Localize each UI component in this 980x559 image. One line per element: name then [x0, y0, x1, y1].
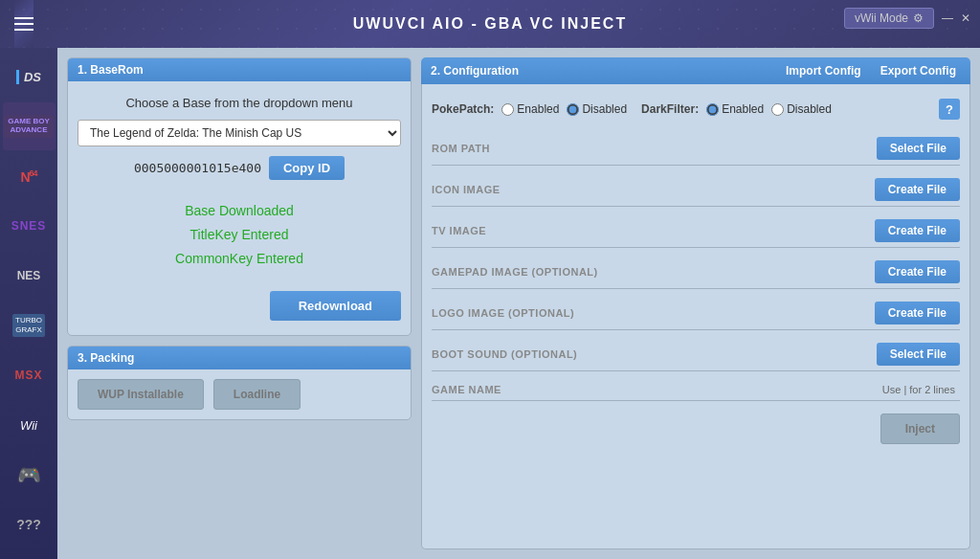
- game-id: 0005000001015e400: [134, 161, 261, 175]
- baserom-section: 1. BaseRom Choose a Base from the dropdo…: [67, 57, 412, 336]
- darkfilter-disabled-label: Disabled: [787, 102, 832, 116]
- ds-label: DS: [16, 70, 41, 84]
- logo-image-create-button[interactable]: Create File: [875, 302, 960, 324]
- status-line2: TitleKey Entered: [175, 223, 303, 247]
- baserom-header: 1. BaseRom: [68, 58, 411, 81]
- boot-sound-row: BOOT SOUND (OPTIONAL) Select File: [432, 338, 960, 371]
- export-config-button[interactable]: Export Config: [876, 62, 961, 79]
- unknown-label: ???: [16, 517, 41, 532]
- config-buttons: Import Config Export Config: [781, 62, 961, 79]
- sidebar-item-wii[interactable]: Wii: [3, 401, 56, 449]
- logo-image-row: LOGO IMAGE (OPTIONAL) Create File: [432, 297, 960, 330]
- darkfilter-group: DarkFilter: Enabled Disabled: [641, 102, 832, 116]
- status-line1: Base Downloaded: [175, 199, 303, 223]
- help-button[interactable]: ?: [939, 99, 960, 120]
- title-bar: UWUVCI AIO - GBA VC INJECT vWii Mode ⚙ —…: [0, 0, 980, 48]
- tv-image-create-button[interactable]: Create File: [875, 219, 960, 242]
- wup-installable-button[interactable]: WUP Installable: [78, 379, 204, 410]
- status-line3: CommonKey Entered: [175, 247, 303, 271]
- sidebar-item-gc[interactable]: 🎮: [3, 451, 56, 499]
- sidebar-item-msx[interactable]: MSX: [3, 351, 56, 399]
- right-panel: 2. Configuration Import Config Export Co…: [421, 57, 970, 549]
- main-layout: DS GAME BOYADVANCE N64 SNES NES TURBOGRA…: [0, 48, 980, 559]
- config-title: 2. Configuration: [431, 64, 781, 78]
- app-title: UWUVCI AIO - GBA VC INJECT: [353, 15, 627, 33]
- copy-id-button[interactable]: Copy ID: [269, 156, 345, 180]
- gear-icon: ⚙: [913, 11, 924, 25]
- sidebar-item-nes[interactable]: NES: [3, 252, 56, 300]
- icon-image-label: ICON IMAGE: [432, 184, 875, 195]
- loadline-button[interactable]: Loadline: [213, 379, 301, 410]
- game-name-label: GAME NAME: [432, 384, 882, 395]
- pokepatch-label: PokePatch:: [432, 102, 494, 116]
- packing-body: WUP Installable Loadline: [68, 369, 411, 419]
- tv-image-row: TV IMAGE Create File: [432, 214, 960, 248]
- sidebar-item-n64[interactable]: N64: [3, 152, 56, 200]
- pokepatch-enabled-label: Enabled: [517, 102, 559, 116]
- pokepatch-disabled-option[interactable]: Disabled: [567, 102, 627, 116]
- pokepatch-enabled-radio[interactable]: [501, 103, 514, 116]
- config-header: 2. Configuration Import Config Export Co…: [421, 57, 970, 84]
- gamepad-image-row: GAMEPAD IMAGE (OPTIONAL) Create File: [432, 256, 960, 289]
- nes-label: NES: [17, 269, 41, 282]
- options-row: PokePatch: Enabled Disabled DarkFilter:: [432, 94, 960, 124]
- sidebar-item-snes[interactable]: SNES: [3, 202, 56, 250]
- gamepad-image-label: GAMEPAD IMAGE (OPTIONAL): [432, 266, 875, 278]
- left-panel: 1. BaseRom Choose a Base from the dropdo…: [67, 57, 412, 549]
- game-dropdown[interactable]: The Legend of Zelda: The Minish Cap US: [78, 120, 401, 146]
- pokepatch-enabled-option[interactable]: Enabled: [501, 102, 559, 116]
- baserom-body: Choose a Base from the dropdown menu The…: [68, 81, 411, 335]
- packing-title: 3. Packing: [78, 351, 134, 365]
- id-row: 0005000001015e400 Copy ID: [78, 156, 401, 180]
- packing-header: 3. Packing: [68, 347, 411, 369]
- rom-path-label: ROM PATH: [432, 143, 877, 154]
- msx-label: MSX: [14, 369, 42, 382]
- icon-image-row: ICON IMAGE Create File: [432, 173, 960, 207]
- sidebar: DS GAME BOYADVANCE N64 SNES NES TURBOGRA…: [0, 48, 57, 559]
- rom-path-row: ROM PATH Select File: [432, 132, 960, 166]
- icon-image-create-button[interactable]: Create File: [875, 178, 960, 201]
- close-button[interactable]: ✕: [961, 11, 970, 25]
- darkfilter-enabled-option[interactable]: Enabled: [706, 102, 764, 116]
- pipe-hint: Use | for 2 lines: [882, 384, 955, 395]
- pokepatch-disabled-label: Disabled: [582, 102, 627, 116]
- dropdown-container: The Legend of Zelda: The Minish Cap US: [78, 120, 401, 146]
- darkfilter-disabled-radio[interactable]: [771, 103, 784, 116]
- boot-sound-label: BOOT SOUND (OPTIONAL): [432, 348, 877, 360]
- game-name-row: GAME NAME Use | for 2 lines: [432, 379, 960, 401]
- pokepatch-group: PokePatch: Enabled Disabled: [432, 102, 627, 116]
- gc-icon: 🎮: [17, 463, 41, 486]
- bottom-row: Inject: [432, 409, 960, 444]
- gamepad-image-create-button[interactable]: Create File: [875, 260, 960, 283]
- window-controls: vWii Mode ⚙ — ✕: [844, 8, 970, 29]
- config-body: PokePatch: Enabled Disabled DarkFilter:: [421, 84, 970, 549]
- packing-section: 3. Packing WUP Installable Loadline: [67, 346, 412, 420]
- tv-image-label: TV IMAGE: [432, 225, 875, 236]
- choose-text: Choose a Base from the dropdown menu: [125, 96, 352, 110]
- gba-label: GAME BOYADVANCE: [4, 115, 54, 138]
- wii-label: Wii: [20, 418, 37, 433]
- boot-sound-select-button[interactable]: Select File: [877, 343, 960, 366]
- pokepatch-disabled-radio[interactable]: [567, 103, 579, 116]
- menu-icon[interactable]: [14, 0, 33, 48]
- content-area: 1. BaseRom Choose a Base from the dropdo…: [57, 48, 980, 559]
- inject-button[interactable]: Inject: [880, 414, 960, 444]
- rom-path-select-button[interactable]: Select File: [877, 137, 960, 160]
- snes-label: SNES: [11, 219, 47, 233]
- redownload-button[interactable]: Redownload: [270, 291, 401, 321]
- import-config-button[interactable]: Import Config: [781, 62, 866, 79]
- baserom-title: 1. BaseRom: [78, 63, 144, 77]
- status-display: Base Downloaded TitleKey Entered CommonK…: [175, 199, 303, 272]
- sidebar-item-ds[interactable]: DS: [3, 53, 56, 101]
- sidebar-item-tg16[interactable]: TURBOGRAFX: [3, 302, 56, 349]
- darkfilter-enabled-radio[interactable]: [706, 103, 719, 116]
- vwii-label: vWii Mode: [855, 11, 908, 25]
- minimize-button[interactable]: —: [942, 11, 953, 25]
- vwii-mode-button[interactable]: vWii Mode ⚙: [844, 8, 934, 29]
- tg16-label: TURBOGRAFX: [12, 314, 45, 336]
- sidebar-item-gba[interactable]: GAME BOYADVANCE: [3, 102, 56, 150]
- logo-image-label: LOGO IMAGE (OPTIONAL): [432, 307, 875, 319]
- darkfilter-disabled-option[interactable]: Disabled: [771, 102, 832, 116]
- sidebar-item-unknown[interactable]: ???: [3, 501, 56, 548]
- darkfilter-label: DarkFilter:: [641, 102, 699, 116]
